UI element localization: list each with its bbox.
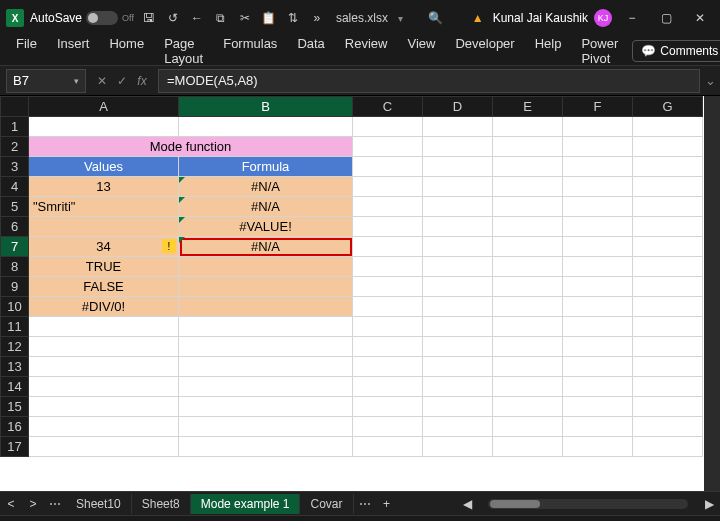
cell-C5[interactable] [353, 197, 423, 217]
hscroll-left[interactable]: ◀ [456, 497, 478, 511]
cell-A10[interactable]: #DIV/0! [29, 297, 179, 317]
cell-G5[interactable] [633, 197, 703, 217]
autosave-toggle[interactable]: AutoSave Off [30, 11, 134, 25]
cell-A1[interactable] [29, 117, 179, 137]
row-header-1[interactable]: 1 [1, 117, 29, 137]
tab-nav-next[interactable]: > [22, 497, 44, 511]
cell-F8[interactable] [563, 257, 633, 277]
cell-C11[interactable] [353, 317, 423, 337]
cell-E6[interactable] [493, 217, 563, 237]
cell-G14[interactable] [633, 377, 703, 397]
cell-A5[interactable]: "Smriti" [29, 197, 179, 217]
cell-F16[interactable] [563, 417, 633, 437]
cell-C14[interactable] [353, 377, 423, 397]
search-icon[interactable]: 🔍 [427, 11, 445, 25]
cell-G17[interactable] [633, 437, 703, 457]
cell-B7[interactable]: #N/A [179, 237, 353, 257]
cell-A16[interactable] [29, 417, 179, 437]
cell-F1[interactable] [563, 117, 633, 137]
cell-D4[interactable] [423, 177, 493, 197]
cell-B12[interactable] [179, 337, 353, 357]
cell-B5[interactable]: #N/A [179, 197, 353, 217]
row-header-17[interactable]: 17 [1, 437, 29, 457]
cell-D15[interactable] [423, 397, 493, 417]
cell-C4[interactable] [353, 177, 423, 197]
row-header-5[interactable]: 5 [1, 197, 29, 217]
sheet-tab-sheet10[interactable]: Sheet10 [66, 494, 132, 514]
cell-A9[interactable]: FALSE [29, 277, 179, 297]
cell-B16[interactable] [179, 417, 353, 437]
ribbon-tab-data[interactable]: Data [287, 32, 334, 70]
cell-D13[interactable] [423, 357, 493, 377]
formula-input[interactable]: =MODE(A5,A8) [158, 69, 700, 93]
cell-F2[interactable] [563, 137, 633, 157]
cell-C9[interactable] [353, 277, 423, 297]
cell-E2[interactable] [493, 137, 563, 157]
row-header-11[interactable]: 11 [1, 317, 29, 337]
cell-B11[interactable] [179, 317, 353, 337]
ribbon-tab-file[interactable]: File [6, 32, 47, 70]
cell-A14[interactable] [29, 377, 179, 397]
row-header-12[interactable]: 12 [1, 337, 29, 357]
cell-D1[interactable] [423, 117, 493, 137]
cell-E15[interactable] [493, 397, 563, 417]
expand-formula-bar-icon[interactable]: ⌄ [700, 73, 720, 88]
cell-G6[interactable] [633, 217, 703, 237]
save-icon[interactable]: 🖫 [140, 11, 158, 25]
cell-G1[interactable] [633, 117, 703, 137]
ribbon-tab-page-layout[interactable]: Page Layout [154, 32, 213, 70]
horizontal-scrollbar[interactable] [488, 499, 688, 509]
cell-A12[interactable] [29, 337, 179, 357]
ribbon-tab-view[interactable]: View [397, 32, 445, 70]
close-button[interactable]: ✕ [686, 11, 714, 25]
cell-A7[interactable]: 34! [29, 237, 179, 257]
cell-B17[interactable] [179, 437, 353, 457]
new-sheet-button[interactable]: + [376, 497, 398, 511]
cell-A11[interactable] [29, 317, 179, 337]
cell-C15[interactable] [353, 397, 423, 417]
warning-icon[interactable]: ▲ [469, 11, 487, 25]
cell-E17[interactable] [493, 437, 563, 457]
cell-G12[interactable] [633, 337, 703, 357]
cell-G7[interactable] [633, 237, 703, 257]
cell-A17[interactable] [29, 437, 179, 457]
spreadsheet-grid[interactable]: ABCDEFG12Mode function3ValuesFormula413#… [0, 96, 703, 457]
cell-E5[interactable] [493, 197, 563, 217]
cell-F11[interactable] [563, 317, 633, 337]
cell-D5[interactable] [423, 197, 493, 217]
column-header-C[interactable]: C [353, 97, 423, 117]
cell-E4[interactable] [493, 177, 563, 197]
cell-B9[interactable] [179, 277, 353, 297]
cell-G4[interactable] [633, 177, 703, 197]
cell-B4[interactable]: #N/A [179, 177, 353, 197]
ribbon-tab-review[interactable]: Review [335, 32, 398, 70]
cell-E14[interactable] [493, 377, 563, 397]
cell-F7[interactable] [563, 237, 633, 257]
cell-C1[interactable] [353, 117, 423, 137]
ribbon-tab-power-pivot[interactable]: Power Pivot [571, 32, 628, 70]
cell-A8[interactable]: TRUE [29, 257, 179, 277]
hscroll-right[interactable]: ▶ [698, 497, 720, 511]
cell-D10[interactable] [423, 297, 493, 317]
error-indicator-icon[interactable]: ! [162, 239, 176, 253]
cell-C2[interactable] [353, 137, 423, 157]
sheet-tab-mode-example-1[interactable]: Mode example 1 [191, 494, 301, 514]
cell-F4[interactable] [563, 177, 633, 197]
cell-F3[interactable] [563, 157, 633, 177]
paste-icon[interactable]: 📋 [260, 11, 278, 25]
cell-E16[interactable] [493, 417, 563, 437]
cell-A2-B2[interactable]: Mode function [29, 137, 353, 157]
minimize-button[interactable]: − [618, 11, 646, 25]
column-header-F[interactable]: F [563, 97, 633, 117]
cell-E7[interactable] [493, 237, 563, 257]
row-header-6[interactable]: 6 [1, 217, 29, 237]
cell-B14[interactable] [179, 377, 353, 397]
column-header-B[interactable]: B [179, 97, 353, 117]
cell-A3[interactable]: Values [29, 157, 179, 177]
cancel-formula-icon[interactable]: ✕ [94, 74, 110, 88]
row-header-3[interactable]: 3 [1, 157, 29, 177]
filename-label[interactable]: sales.xlsx [336, 11, 388, 25]
cell-B15[interactable] [179, 397, 353, 417]
cell-B1[interactable] [179, 117, 353, 137]
select-all-corner[interactable] [1, 97, 29, 117]
